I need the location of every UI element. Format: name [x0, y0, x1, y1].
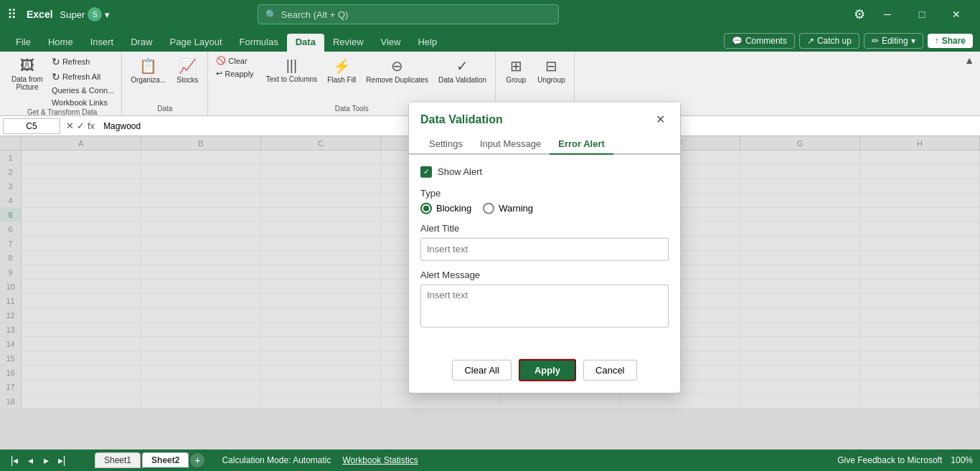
window-controls: ─ □ ✕ [871, 3, 973, 26]
search-placeholder: Search (Alt + Q) [281, 9, 349, 20]
show-alert-label: Show Alert [438, 166, 482, 177]
clear-reapply-col: 🚫 Clear ↩ Reapply [212, 54, 257, 80]
chevron-down-icon[interactable]: ▾ [105, 9, 110, 20]
calc-mode-label: Calculation Mode: Automatic [222, 455, 331, 465]
apps-icon[interactable]: ⠿ [7, 6, 17, 22]
refresh-all-icon: ↻ [52, 71, 60, 82]
tab-file[interactable]: File [7, 34, 39, 52]
alert-title-group: Alert Title [420, 222, 669, 260]
reapply-button[interactable]: ↩ Reapply [212, 67, 257, 80]
ribbon-expand[interactable]: ▲ [961, 52, 977, 115]
ungroup-icon: ⊟ [545, 57, 557, 75]
workbook-links-button[interactable]: Workbook Links [49, 97, 117, 108]
first-sheet-button[interactable]: |◂ [7, 453, 22, 467]
confirm-formula-icon[interactable]: ✓ [77, 120, 85, 131]
data-valid-icon: ✓ [456, 57, 468, 75]
cancel-button[interactable]: Cancel [583, 359, 636, 380]
queries-connections-button[interactable]: Queries & Conn... [49, 85, 117, 96]
ungroup-button[interactable]: ⊟ Ungroup [533, 54, 569, 87]
clear-button[interactable]: 🚫 Clear [212, 54, 257, 67]
organize-button[interactable]: 📋 Organiza... [126, 54, 170, 87]
data-tools-content: 🚫 Clear ↩ Reapply ||| Text to Columns ⚡ … [212, 54, 491, 105]
tab-view[interactable]: View [372, 34, 410, 52]
data-tools-label: Data Tools [335, 105, 369, 115]
minimize-button[interactable]: ─ [871, 3, 904, 26]
stocks-icon: 📈 [179, 57, 197, 75]
feedback-label[interactable]: Give Feedback to Microsoft [837, 455, 942, 465]
tab-input-message[interactable]: Input Message [471, 133, 550, 153]
apply-button[interactable]: Apply [519, 358, 576, 381]
share-button[interactable]: ↑ Share [928, 34, 973, 48]
show-alert-checkbox[interactable]: ✓ [420, 166, 432, 177]
tab-formulas[interactable]: Formulas [231, 34, 287, 52]
expand-icon: ▲ [964, 54, 974, 66]
insert-function-icon[interactable]: fx [88, 120, 95, 131]
user-avatar[interactable]: S [88, 7, 102, 22]
tab-error-alert[interactable]: Error Alert [550, 133, 613, 154]
add-sheet-button[interactable]: + [190, 453, 204, 467]
reapply-icon: ↩ [216, 69, 222, 78]
flash-fill-button[interactable]: ⚡ Flash Fill [323, 54, 360, 87]
group-icon: ⊞ [510, 57, 522, 75]
zoom-level: 100% [951, 455, 973, 465]
app-name: Excel [27, 9, 53, 20]
cancel-formula-icon[interactable]: ✕ [66, 120, 74, 131]
alert-message-label: Alert Message [420, 269, 669, 280]
cell-reference-input[interactable] [3, 118, 60, 134]
user-name: Super [60, 9, 85, 20]
tab-insert[interactable]: Insert [82, 34, 123, 52]
catchup-button[interactable]: ↗ Catch up [799, 33, 859, 49]
data-from-picture-button[interactable]: 🖼 Data fromPicture [7, 54, 47, 94]
remove-duplicates-button[interactable]: ⊖ Remove Duplicates [362, 54, 433, 87]
blocking-label: Blocking [436, 203, 471, 214]
dialog-body: ✓ Show Alert Type Blocking Warning Alert… [409, 154, 680, 350]
editing-button[interactable]: ✏ Editing ▾ [864, 33, 923, 49]
alert-message-input[interactable] [420, 284, 669, 327]
refresh-col: ↻ Refresh ↻ Refresh All Queries & Conn..… [49, 54, 117, 108]
tab-review[interactable]: Review [324, 34, 372, 52]
dialog-close-button[interactable]: ✕ [651, 110, 669, 128]
next-sheet-button[interactable]: ▸ [39, 453, 53, 467]
type-field-group: Type Blocking Warning [420, 187, 669, 214]
sheet-tab-2[interactable]: Sheet2 [142, 452, 189, 469]
comments-button[interactable]: 💬 Comments [724, 33, 795, 49]
editing-chevron-icon: ▾ [911, 36, 915, 46]
gear-icon[interactable]: ⚙ [854, 6, 865, 22]
tab-draw[interactable]: Draw [122, 34, 161, 52]
outline-content: ⊞ Group ⊟ Ungroup [500, 54, 569, 105]
stocks-button[interactable]: 📈 Stocks [171, 54, 203, 87]
sheet-tab-1[interactable]: Sheet1 [95, 452, 141, 468]
share-label: Share [942, 36, 966, 46]
tab-data[interactable]: Data [287, 34, 324, 52]
close-button[interactable]: ✕ [940, 3, 973, 26]
share-icon: ↑ [935, 36, 939, 46]
group-button[interactable]: ⊞ Group [500, 54, 532, 87]
clear-icon: 🚫 [216, 56, 226, 65]
maximize-button[interactable]: □ [905, 3, 938, 26]
data-validation-button[interactable]: ✓ Data Validation [434, 54, 491, 87]
tab-home[interactable]: Home [39, 34, 82, 52]
workbook-stats-link[interactable]: Workbook Statistics [343, 455, 418, 465]
refresh-all-button[interactable]: ↻ Refresh All [49, 70, 117, 84]
radio-warning[interactable]: Warning [483, 202, 533, 214]
tab-pagelayout[interactable]: Page Layout [161, 34, 231, 52]
clear-all-button[interactable]: Clear All [452, 359, 511, 380]
alert-title-input[interactable] [420, 237, 669, 260]
search-icon: 🔍 [265, 9, 277, 20]
dialog-header: Data Validation ✕ [409, 102, 680, 128]
tab-settings[interactable]: Settings [420, 133, 471, 153]
refresh-button[interactable]: ↻ Refresh [49, 54, 117, 69]
last-sheet-button[interactable]: ▸| [55, 453, 69, 467]
radio-blocking-circle[interactable] [420, 202, 432, 214]
comments-label: Comments [745, 36, 787, 46]
tab-help[interactable]: Help [409, 34, 446, 52]
prev-sheet-button[interactable]: ◂ [23, 453, 37, 467]
catchup-icon: ↗ [807, 36, 814, 46]
search-bar[interactable]: 🔍 Search (Alt + Q) [258, 4, 559, 24]
text-to-columns-button[interactable]: ||| Text to Columns [262, 54, 322, 86]
type-label: Type [420, 187, 669, 198]
organize-icon: 📋 [139, 57, 157, 75]
get-transform-content: 🖼 Data fromPicture ↻ Refresh ↻ Refresh A… [7, 54, 117, 108]
radio-blocking[interactable]: Blocking [420, 202, 471, 214]
radio-warning-circle[interactable] [483, 202, 494, 214]
